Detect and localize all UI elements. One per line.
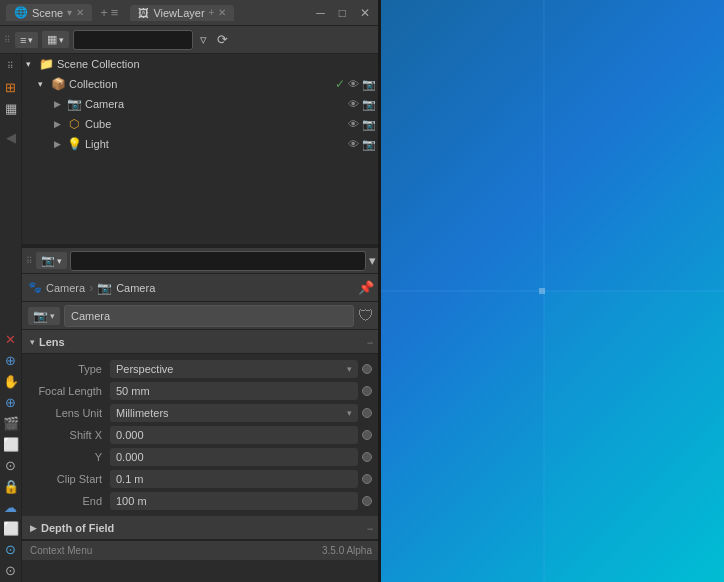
dof-section-header[interactable]: ▶ Depth of Field ··· xyxy=(22,516,380,540)
left-icon-object-data[interactable]: ⬜ xyxy=(1,518,21,538)
clip-end-value: 100 m xyxy=(116,495,147,507)
scene-tab[interactable]: 🌐 Scene ▾ ✕ xyxy=(6,4,92,21)
lens-unit-caret: ▾ xyxy=(347,408,352,418)
left-icon-view[interactable]: ▦ xyxy=(1,98,21,118)
props-search-input[interactable] xyxy=(70,251,366,271)
filter-dropdown[interactable]: ▦ ▾ xyxy=(42,31,69,48)
view-type-dropdown[interactable]: ≡ ▾ xyxy=(15,32,38,48)
left-icon-particles[interactable]: ⊙ xyxy=(1,560,21,580)
left-icon-render[interactable]: ⬜ xyxy=(1,434,21,454)
left-icon-output[interactable]: ⊙ xyxy=(1,455,21,475)
collection-arrow[interactable]: ▾ xyxy=(38,79,50,89)
cube-arrow[interactable]: ▶ xyxy=(54,119,66,129)
clip-start-value: 0.1 m xyxy=(116,473,144,485)
lens-fields: Type Perspective ▾ Focal Length 50 mm xyxy=(22,354,380,516)
cube-eye-icon[interactable]: 👁 xyxy=(348,118,359,130)
minimize-button[interactable]: ─ xyxy=(312,6,329,20)
left-icon-object[interactable]: ⊞ xyxy=(1,77,21,97)
viewlayer-tab[interactable]: 🖼 ViewLayer + ✕ xyxy=(130,5,234,21)
shift-x-keyframe-dot[interactable] xyxy=(362,430,372,440)
pin-icon[interactable]: 📌 xyxy=(358,280,374,295)
dof-options-icon[interactable]: ··· xyxy=(366,520,372,536)
cube-label: Cube xyxy=(85,118,348,130)
light-item[interactable]: ▶ 💡 Light 👁 📷 xyxy=(22,134,380,154)
obj-type-cam-icon: 📷 xyxy=(33,309,48,323)
outliner-filter-icon[interactable]: ▿ xyxy=(197,30,210,49)
scene-collection-arrow[interactable]: ▾ xyxy=(26,59,38,69)
outliner-search-input[interactable] xyxy=(73,30,193,50)
type-dropdown[interactable]: Perspective ▾ xyxy=(110,360,358,378)
outliner-sync-icon[interactable]: ⟳ xyxy=(214,30,231,49)
obj-name-input[interactable] xyxy=(64,305,354,327)
left-icon-grab[interactable]: ✋ xyxy=(1,371,21,391)
light-arrow[interactable]: ▶ xyxy=(54,139,66,149)
left-icon-add[interactable]: ⊕ xyxy=(1,350,21,370)
clip-start-input[interactable]: 0.1 m xyxy=(110,470,358,488)
left-icon-red[interactable]: ✕ xyxy=(1,329,21,349)
props-expand-icon[interactable]: ▾ xyxy=(369,253,376,268)
breadcrumb-current: Camera xyxy=(116,282,155,294)
lens-section-header[interactable]: ▾ Lens ··· xyxy=(22,330,380,354)
camera-label: Camera xyxy=(85,98,348,110)
shield-icon[interactable]: 🛡 xyxy=(358,307,374,325)
focal-length-input[interactable]: 50 mm xyxy=(110,382,358,400)
properties-panel: ⠿ 📷 ▾ ▾ 🐾 Camera › 📷 Camera 📌 xyxy=(22,248,380,540)
clip-end-keyframe-dot[interactable] xyxy=(362,496,372,506)
add-tab-icon[interactable]: + xyxy=(100,5,108,20)
maximize-button[interactable]: □ xyxy=(335,6,350,20)
type-keyframe-dot[interactable] xyxy=(362,364,372,374)
scene-tab-close[interactable]: ✕ xyxy=(76,7,84,18)
shift-y-input[interactable]: 0.000 xyxy=(110,448,358,466)
collection-visible-check[interactable]: ✓ xyxy=(335,77,345,91)
left-icon-world[interactable]: ☁ xyxy=(1,497,21,517)
lens-unit-keyframe-dot[interactable] xyxy=(362,408,372,418)
left-icon-collapse[interactable]: ◀ xyxy=(1,127,21,147)
collection-eye-icon[interactable]: 👁 xyxy=(348,78,359,90)
window-border xyxy=(378,0,381,582)
camera-actions: 👁 📷 xyxy=(348,98,376,111)
type-value: Perspective xyxy=(116,363,173,375)
cube-render-icon[interactable]: 📷 xyxy=(362,118,376,131)
close-button[interactable]: ✕ xyxy=(356,6,374,20)
camera-arrow[interactable]: ▶ xyxy=(54,99,66,109)
collection-camera-icon[interactable]: 📷 xyxy=(362,78,376,91)
shift-y-keyframe-dot[interactable] xyxy=(362,452,372,462)
outliner-panel: ▾ 📁 Scene Collection ▾ 📦 Collection ✓ 👁 … xyxy=(22,54,380,582)
left-icon-camera[interactable]: 🎬 xyxy=(1,413,21,433)
focal-length-keyframe-dot[interactable] xyxy=(362,386,372,396)
viewlayer-add-icon[interactable]: + xyxy=(209,7,215,18)
svg-rect-3 xyxy=(539,288,545,294)
camera-item[interactable]: ▶ 📷 Camera 👁 📷 xyxy=(22,94,380,114)
camera-eye-icon[interactable]: 👁 xyxy=(348,98,359,110)
camera-render-icon[interactable]: 📷 xyxy=(362,98,376,111)
viewlayer-label: ViewLayer xyxy=(153,7,204,19)
obj-type-dropdown[interactable]: 📷 ▾ xyxy=(28,307,60,325)
lens-unit-dropdown[interactable]: Millimeters ▾ xyxy=(110,404,358,422)
light-render-icon[interactable]: 📷 xyxy=(362,138,376,151)
scene-collection-item[interactable]: ▾ 📁 Scene Collection xyxy=(22,54,380,74)
props-view-dropdown[interactable]: 📷 ▾ xyxy=(36,252,67,269)
cube-item[interactable]: ▶ ⬡ Cube 👁 📷 xyxy=(22,114,380,134)
clip-start-keyframe-dot[interactable] xyxy=(362,474,372,484)
shift-x-input[interactable]: 0.000 xyxy=(110,426,358,444)
left-icon-tools[interactable]: ⠿ xyxy=(1,56,21,76)
lens-unit-field-row: Lens Unit Millimeters ▾ xyxy=(22,402,380,424)
lens-options-icon[interactable]: ··· xyxy=(366,334,372,350)
light-eye-icon[interactable]: 👁 xyxy=(348,138,359,150)
title-bar-controls: ─ □ ✕ xyxy=(312,6,374,20)
left-icon-material[interactable]: ⊙ xyxy=(1,539,21,559)
left-icon-rotate[interactable]: ⊕ xyxy=(1,392,21,412)
scene-tab-menu-icon[interactable]: ▾ xyxy=(67,7,72,18)
viewlayer-icon: 🖼 xyxy=(138,7,149,19)
cube-actions: 👁 📷 xyxy=(348,118,376,131)
viewlayer-close-icon[interactable]: ✕ xyxy=(218,7,226,18)
menu-icon[interactable]: ≡ xyxy=(111,5,119,20)
collection-actions: ✓ 👁 📷 xyxy=(335,77,376,91)
type-field-row: Type Perspective ▾ xyxy=(22,358,380,380)
left-icon-compositor[interactable]: 🔒 xyxy=(1,476,21,496)
collection-item[interactable]: ▾ 📦 Collection ✓ 👁 📷 xyxy=(22,74,380,94)
breadcrumb-camera-link[interactable]: Camera xyxy=(46,282,85,294)
clip-end-input[interactable]: 100 m xyxy=(110,492,358,510)
scene-tab-icon: 🌐 xyxy=(14,6,28,19)
breadcrumb-bar: 🐾 Camera › 📷 Camera 📌 xyxy=(22,274,380,302)
